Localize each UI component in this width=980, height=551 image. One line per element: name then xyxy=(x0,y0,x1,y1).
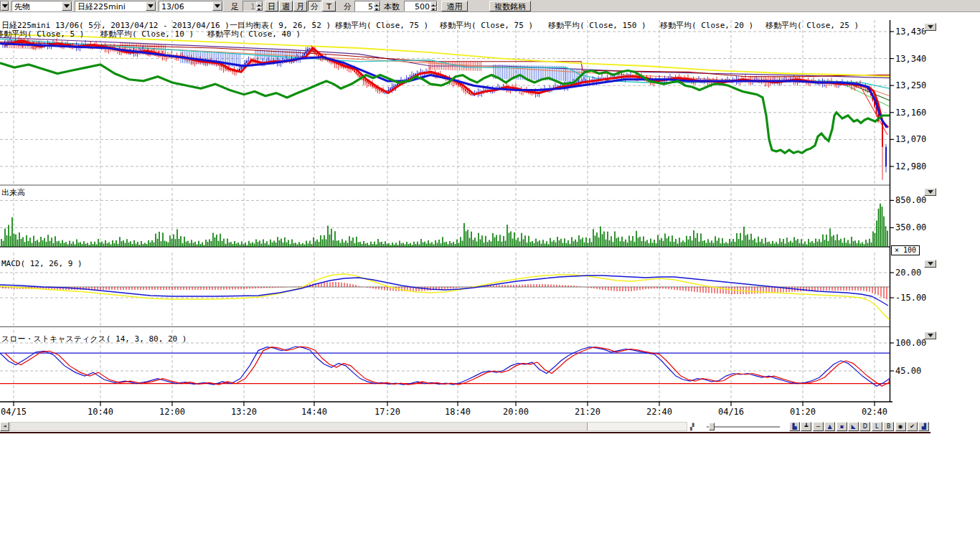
period-button-月[interactable]: 月 xyxy=(293,1,307,11)
symbol-select[interactable]: 日経225mini xyxy=(75,1,156,11)
bar-chart-tool-button[interactable]: ▙ xyxy=(789,422,800,431)
indicator-legend-item: 移動平均( Close, 25 ) xyxy=(765,20,859,31)
horizontal-scrollbar-row: ◄ ▞ ▙┻─▲▪◣DLB◉✔▟ xyxy=(0,422,930,432)
period-button-週[interactable]: 週 xyxy=(279,1,293,11)
time-axis-label: 13:20 xyxy=(231,407,257,417)
y-axis-label: 20.00 xyxy=(895,268,921,278)
period-button-T[interactable]: T xyxy=(322,1,336,11)
chart-mode-tool-button[interactable]: ▟ xyxy=(918,422,929,431)
time-axis-label: 22:40 xyxy=(646,407,672,417)
y-axis-label: 350.00 xyxy=(895,222,926,232)
price-scale-dropdown-button[interactable] xyxy=(924,23,936,31)
y-axis-label: 100.00 xyxy=(895,338,926,348)
chevron-down-icon[interactable] xyxy=(62,1,72,11)
tool-b-button[interactable]: B xyxy=(883,422,894,431)
y-axis-label: 13,340 xyxy=(895,54,926,64)
crosshair-tool-button[interactable]: ┻ xyxy=(801,422,811,431)
scrollbar-track[interactable] xyxy=(10,422,687,431)
period-button-分[interactable]: 分 xyxy=(308,1,321,11)
y-axis-label: 13,250 xyxy=(895,80,926,90)
tool-d-button[interactable]: D xyxy=(859,422,870,431)
scroll-left-button[interactable]: ◄ xyxy=(0,422,9,431)
multi-symbol-button[interactable]: 複数銘柄 xyxy=(489,1,531,11)
indicator-legend-item: 移動平均( Close, 5 ) xyxy=(0,29,84,39)
y-axis-label: 12,980 xyxy=(895,161,926,171)
y-axis-label: -15.00 xyxy=(895,293,926,303)
contract-month-select[interactable]: 13/06 xyxy=(159,1,223,11)
bar-count-spinner[interactable]: 500 xyxy=(404,1,438,11)
bar-type-label: 足 xyxy=(231,1,239,11)
y-axis-label: 13,430 xyxy=(895,27,926,37)
mini-combo[interactable] xyxy=(0,1,9,11)
y-axis-label: 13,160 xyxy=(895,108,926,118)
zoom-slider-thumb[interactable] xyxy=(709,423,715,430)
y-axis-label: 45.00 xyxy=(895,366,921,376)
marker-tool-button[interactable]: ▪ xyxy=(837,422,847,431)
volume-scale-dropdown-button[interactable] xyxy=(924,188,936,196)
indicator-legend-item: 移動平均( Close, 75 ) xyxy=(440,20,533,31)
category-select[interactable]: 先物 xyxy=(11,1,72,11)
chevron-down-icon[interactable] xyxy=(212,1,222,11)
time-axis-label: 04/15 xyxy=(1,407,27,417)
time-axis-label: 04/16 xyxy=(718,407,744,417)
resize-handle-icon[interactable]: ▞ xyxy=(690,423,699,431)
time-axis-label: 01:20 xyxy=(790,407,816,417)
stoch-scale-dropdown-button[interactable] xyxy=(924,331,936,339)
chevron-down-icon[interactable] xyxy=(146,1,156,11)
time-axis-label: 18:40 xyxy=(445,407,471,417)
bar-count-label: 本数 xyxy=(384,1,400,11)
time-axis-label: 17:20 xyxy=(374,407,400,417)
minute-label: 分 xyxy=(344,1,352,11)
spinner-arrows-icon[interactable] xyxy=(256,1,263,11)
macd-scale-dropdown-button[interactable] xyxy=(924,260,936,268)
macd-panel-label: MACD( 12, 26, 9 ) xyxy=(1,259,83,268)
indicator-legend-item: 移動平均( Close, 20 ) xyxy=(660,20,753,31)
time-axis-label: 20:00 xyxy=(503,407,529,417)
indicator-legend-item: 移動平均( Close, 40 ) xyxy=(207,29,301,39)
tool-l-button[interactable]: L xyxy=(872,422,882,431)
chevron-down-icon[interactable] xyxy=(1,1,9,11)
stoch-panel-label: スロー・ストキャスティクス( 14, 3, 80, 20 ) xyxy=(1,334,187,344)
check-tool-button[interactable]: ✔ xyxy=(907,422,918,431)
minute-spinner[interactable]: 5 xyxy=(354,1,381,11)
trend-tool-button[interactable]: ◣ xyxy=(848,422,859,431)
indicator-legend-item: 移動平均( Close, 150 ) xyxy=(548,20,646,31)
indicator-legend-item: 移動平均( Close, 75 ) xyxy=(335,20,428,31)
volume-panel-label: 出来高 xyxy=(1,187,25,198)
time-axis-label: 02:40 xyxy=(862,407,887,417)
y-axis-label: 850.00 xyxy=(895,195,926,205)
time-axis-label: 10:40 xyxy=(88,407,113,417)
main-toolbar: 先物日経225mini13/06 足 1 日週月分T 分 5 本数 500 適用… xyxy=(0,0,980,12)
spinner-arrows-icon[interactable] xyxy=(430,1,437,11)
scrollbar-thumb[interactable] xyxy=(11,423,588,430)
window-bottom-edge xyxy=(0,432,930,433)
time-axis-label: 14:40 xyxy=(301,407,327,417)
indicator-legend-item: 移動平均( Close, 10 ) xyxy=(100,29,194,39)
volume-multiplier-badge: × 100 xyxy=(891,245,920,255)
time-axis-label: 12:00 xyxy=(159,407,185,417)
hline-tool-button[interactable]: ─ xyxy=(813,422,824,431)
peak-indicator-tool-button[interactable]: ▲ xyxy=(824,422,835,431)
bar-interval-spinner[interactable]: 1 xyxy=(242,1,263,11)
time-axis-label: 21:20 xyxy=(575,407,600,417)
period-button-日[interactable]: 日 xyxy=(265,1,278,11)
circle-tool-button[interactable]: ◉ xyxy=(895,422,906,431)
y-axis-label: 13,070 xyxy=(895,134,926,144)
spinner-arrows-icon[interactable] xyxy=(374,1,380,11)
trading-app-window: 先物日経225mini13/06 足 1 日週月分T 分 5 本数 500 適用… xyxy=(0,0,980,551)
zoom-slider[interactable] xyxy=(707,426,780,428)
apply-button[interactable]: 適用 xyxy=(441,1,468,11)
chart-canvas[interactable]: 13,43013,34013,25013,16013,07012,980850.… xyxy=(0,0,980,422)
